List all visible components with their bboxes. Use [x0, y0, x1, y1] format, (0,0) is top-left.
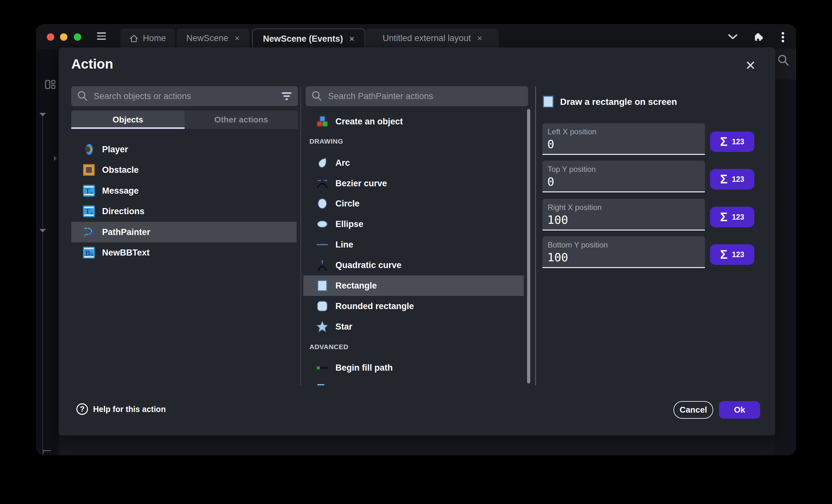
object-list-item[interactable]: Obstacle: [71, 160, 296, 180]
svg-text:b: b: [90, 252, 93, 257]
sigma-icon: Σ: [720, 248, 727, 262]
action-label: Line: [335, 240, 354, 250]
action-list-item[interactable]: Star: [303, 316, 524, 337]
field-value[interactable]: 0: [547, 138, 554, 151]
action-list-item[interactable]: Begin fill path: [303, 358, 524, 378]
app-window: Home NewScene × NewScene (Events) × Unti…: [36, 24, 796, 455]
tab-objects[interactable]: Objects: [71, 111, 185, 129]
tab-newscene-events[interactable]: NewScene (Events) ×: [252, 29, 365, 49]
kebab-menu-icon[interactable]: [781, 32, 784, 43]
field-label: Bottom Y position: [548, 241, 608, 249]
expression-editor-button[interactable]: Σ 123: [710, 169, 754, 190]
close-icon[interactable]: ✕: [743, 58, 758, 73]
titlebar: Home NewScene × NewScene (Events) × Unti…: [36, 24, 796, 49]
action-label: Begin fill path: [335, 363, 393, 373]
ok-button[interactable]: Ok: [719, 401, 760, 419]
sigma-icon: Σ: [720, 210, 727, 224]
object-list-item[interactable]: B b NewBBText: [71, 242, 296, 263]
close-traffic-light[interactable]: [47, 33, 54, 41]
search-icon[interactable]: [777, 54, 790, 67]
field-label: Left X position: [548, 127, 596, 136]
objects-search-box[interactable]: [71, 86, 298, 106]
pane-divider[interactable]: [535, 86, 536, 385]
tab-close-icon[interactable]: ×: [477, 33, 482, 43]
action-list-item[interactable]: Line: [303, 234, 524, 255]
svg-text:x: x: [90, 210, 93, 215]
circle-icon: [316, 197, 328, 210]
actions-search-box[interactable]: [306, 86, 528, 106]
pane-divider[interactable]: [301, 86, 301, 385]
help-label: Help for this action: [93, 404, 166, 414]
tab-label: NewScene: [186, 33, 229, 43]
tab-untitled-external-layout[interactable]: Untitled external layout ×: [366, 29, 499, 48]
layout-panels-icon: [45, 79, 56, 90]
tab-label: NewScene (Events): [263, 34, 343, 44]
maximize-traffic-light[interactable]: [74, 33, 81, 41]
field-value[interactable]: 0: [547, 175, 554, 188]
search-icon: [311, 91, 322, 102]
background-right-panel: d...: [775, 49, 796, 455]
cancel-button[interactable]: Cancel: [673, 401, 713, 419]
object-list-item[interactable]: T x Message: [71, 180, 296, 201]
text-object-icon: T x: [83, 185, 95, 197]
action-list-item-partial[interactable]: [303, 378, 524, 385]
action-list-item[interactable]: Arc: [303, 152, 524, 173]
objects-search-input[interactable]: [93, 91, 281, 102]
bezier-curve-icon: [316, 177, 328, 190]
expression-editor-button[interactable]: Σ 123: [710, 244, 754, 265]
filter-icon[interactable]: [281, 92, 292, 101]
expression-editor-button[interactable]: Σ 123: [710, 132, 754, 152]
action-list-item-selected[interactable]: Rectangle: [303, 275, 524, 296]
section-header: DRAWING: [309, 138, 343, 145]
actions-search-input[interactable]: [328, 91, 522, 102]
tab-home[interactable]: Home: [120, 29, 175, 48]
svg-text:T: T: [85, 207, 90, 215]
object-label: PathPainter: [102, 227, 150, 237]
expand-arrow-icon[interactable]: [40, 229, 46, 232]
field-value[interactable]: 100: [547, 213, 568, 226]
help-link[interactable]: ? Help for this action: [76, 403, 166, 415]
action-list-item[interactable]: Quadratic curve: [303, 255, 524, 275]
obstacle-object-icon: [83, 164, 95, 176]
quadratic-curve-icon: [316, 259, 328, 271]
action-label: Bezier curve: [335, 178, 387, 189]
action-list-item[interactable]: Create an object: [303, 111, 524, 132]
tab-other-actions[interactable]: Other actions: [185, 111, 298, 129]
tab-close-icon[interactable]: ×: [349, 34, 354, 44]
pathpainter-object-icon: [83, 226, 95, 238]
action-list-item[interactable]: Bezier curve: [303, 173, 524, 194]
tab-newscene[interactable]: NewScene ×: [177, 29, 250, 48]
star-icon: [316, 320, 328, 333]
action-label: Rectangle: [335, 281, 377, 291]
player-object-icon: [83, 143, 95, 156]
bbtext-object-icon: B b: [83, 247, 95, 259]
field-left-x[interactable]: Left X position 0: [543, 123, 705, 155]
collapse-arrow-icon[interactable]: [54, 156, 57, 161]
field-value[interactable]: 100: [547, 251, 568, 264]
field-bottom-y[interactable]: Bottom Y position 100: [543, 236, 705, 268]
chevron-down-icon[interactable]: [728, 34, 738, 40]
expand-arrow-icon[interactable]: [40, 113, 46, 116]
action-list-item[interactable]: Ellipse: [303, 214, 524, 234]
parameters-title: Draw a rectangle on screen: [560, 96, 677, 108]
field-top-y[interactable]: Top Y position 0: [543, 161, 705, 192]
object-label: Message: [102, 186, 139, 196]
action-label: Quadratic curve: [335, 260, 401, 270]
menu-icon[interactable]: [97, 32, 106, 41]
object-list-item-selected[interactable]: PathPainter: [71, 222, 296, 242]
dialog-title: Action: [71, 56, 113, 72]
actions-scrollbar[interactable]: [527, 109, 530, 384]
minimize-traffic-light[interactable]: [60, 33, 68, 41]
action-list-item[interactable]: Circle: [303, 193, 524, 214]
extensions-puzzle-icon[interactable]: [753, 31, 764, 42]
action-list-item[interactable]: Rounded rectangle: [303, 296, 524, 316]
object-list-item[interactable]: Player: [71, 139, 296, 160]
background-glyph: [43, 450, 51, 454]
field-label: Right X position: [548, 203, 601, 212]
object-list-item[interactable]: T x Directions: [71, 201, 296, 222]
field-right-x[interactable]: Right X position 100: [543, 199, 705, 230]
expression-editor-button[interactable]: Σ 123: [710, 207, 754, 227]
object-label: Player: [102, 145, 128, 155]
ellipse-icon: [316, 218, 328, 230]
tab-close-icon[interactable]: ×: [235, 33, 239, 43]
